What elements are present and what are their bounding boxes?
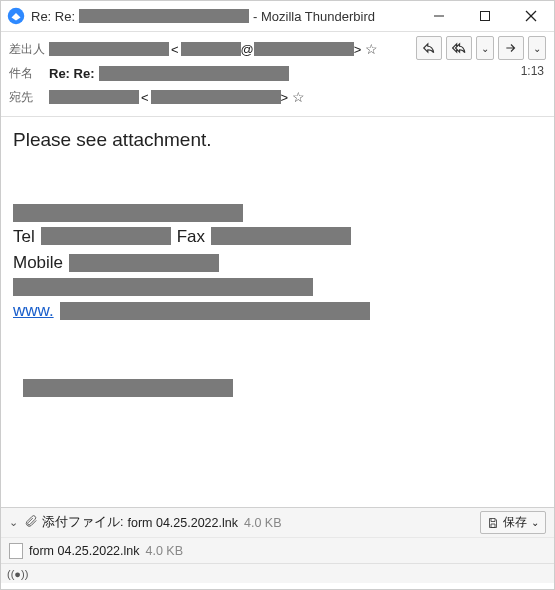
paperclip-icon bbox=[24, 514, 38, 531]
attachment-list: form 04.25.2022.lnk 4.0 KB bbox=[1, 537, 554, 563]
subject-value: Re: Re: bbox=[49, 66, 546, 81]
attachment-bar-label: 添付ファイル: bbox=[42, 514, 123, 531]
message-body: Please see attachment. Tel Fax Mobile ww… bbox=[1, 117, 554, 507]
more-actions-dropdown[interactable]: ⌄ bbox=[528, 36, 546, 60]
window-title: Re: Re: - Mozilla Thunderbird bbox=[31, 9, 416, 24]
url-redacted bbox=[60, 302, 370, 320]
star-to-icon[interactable]: ☆ bbox=[292, 89, 305, 105]
tel-label: Tel bbox=[13, 225, 35, 249]
attachment-toggle[interactable]: ⌄ bbox=[9, 516, 18, 529]
attachment-filename[interactable]: form 04.25.2022.lnk bbox=[127, 516, 238, 530]
mobile-redacted bbox=[69, 254, 219, 272]
reply-dropdown[interactable]: ⌄ bbox=[476, 36, 494, 60]
file-icon bbox=[9, 543, 23, 559]
sig-line4-redacted bbox=[13, 278, 313, 296]
window-titlebar: Re: Re: - Mozilla Thunderbird bbox=[1, 1, 554, 31]
maximize-button[interactable] bbox=[462, 1, 508, 31]
close-button[interactable] bbox=[508, 1, 554, 31]
tel-redacted bbox=[41, 227, 171, 245]
fax-redacted bbox=[211, 227, 351, 245]
status-bar: ((●)) bbox=[1, 563, 554, 583]
to-email-redacted bbox=[151, 90, 281, 104]
message-time: 1:13 bbox=[521, 64, 544, 78]
save-icon bbox=[487, 517, 499, 529]
sig-name-redacted bbox=[13, 204, 243, 222]
svg-rect-2 bbox=[481, 12, 490, 21]
attachment-list-size: 4.0 KB bbox=[146, 544, 184, 558]
from-label: 差出人 bbox=[9, 41, 49, 58]
from-name-redacted bbox=[49, 42, 169, 56]
save-attachment-button[interactable]: 保存 ⌄ bbox=[480, 511, 546, 534]
attachment-bar: ⌄ 添付ファイル: form 04.25.2022.lnk 4.0 KB 保存 … bbox=[1, 507, 554, 537]
to-name-redacted bbox=[49, 90, 139, 104]
subject-redacted bbox=[99, 66, 289, 81]
attachment-list-filename[interactable]: form 04.25.2022.lnk bbox=[29, 544, 140, 558]
from-local-redacted bbox=[181, 42, 241, 56]
from-domain-redacted bbox=[254, 42, 354, 56]
minimize-button[interactable] bbox=[416, 1, 462, 31]
subject-prefix: Re: Re: bbox=[49, 66, 95, 81]
star-from-icon[interactable]: ☆ bbox=[365, 41, 378, 57]
title-prefix: Re: Re: bbox=[31, 9, 75, 24]
fax-label: Fax bbox=[177, 225, 205, 249]
title-suffix: - Mozilla Thunderbird bbox=[253, 9, 375, 24]
app-icon bbox=[7, 7, 25, 25]
reply-button[interactable] bbox=[416, 36, 442, 60]
attachment-size: 4.0 KB bbox=[244, 516, 282, 530]
sig-footer-redacted bbox=[23, 379, 233, 397]
forward-button[interactable] bbox=[498, 36, 524, 60]
title-redacted bbox=[79, 9, 249, 23]
to-label: 宛先 bbox=[9, 89, 49, 106]
reply-all-button[interactable] bbox=[446, 36, 472, 60]
website-link[interactable]: www. bbox=[13, 299, 54, 323]
message-toolbar: ⌄ ⌄ bbox=[416, 36, 546, 60]
connection-icon: ((●)) bbox=[7, 568, 28, 580]
to-value[interactable]: < > ☆ bbox=[49, 89, 546, 105]
message-headers: ⌄ ⌄ 差出人 < @ > ☆ 件名 Re: Re: 1:13 宛先 < > ☆ bbox=[1, 32, 554, 116]
mobile-label: Mobile bbox=[13, 251, 63, 275]
body-intro: Please see attachment. bbox=[13, 127, 542, 154]
subject-label: 件名 bbox=[9, 65, 49, 82]
